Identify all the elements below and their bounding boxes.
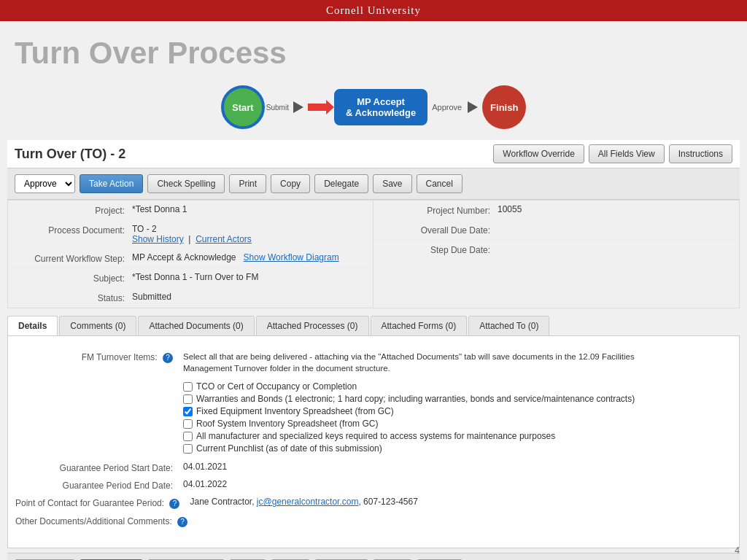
tab-comments[interactable]: Comments (0)	[59, 316, 136, 335]
poc-email-link[interactable]: jc@generalcontractor.com	[257, 497, 359, 507]
form-left: Project: *Test Donna 1 Process Document:…	[8, 201, 374, 308]
field-overall-due-date: Overall Due Date:	[374, 220, 739, 240]
workflow-action-arrow	[308, 100, 334, 114]
fm-turnover-instruction: Select all that are being delivered - at…	[183, 351, 679, 374]
tab-attached-to[interactable]: Attached To (0)	[468, 316, 549, 335]
form-fields: Project: *Test Donna 1 Process Document:…	[7, 200, 740, 308]
fm-turnover-help-icon[interactable]: ?	[163, 353, 173, 363]
page-title: Turn Over Process	[0, 21, 747, 78]
action-bar-bottom: Approve Return Reject Take Action Check …	[7, 553, 740, 560]
tab-attached-processes[interactable]: Attached Processes (0)	[256, 316, 369, 335]
checkbox-keys-input[interactable]	[183, 432, 193, 441]
other-docs-row: Other Documents/Additional Comments: ?	[15, 515, 732, 527]
fm-turnover-row: FM Turnover Items: ? Select all that are…	[15, 351, 732, 456]
checkbox-roof-input[interactable]	[183, 419, 193, 429]
guarantee-end-row: Guarantee Period End Date: 04.01.2022	[15, 479, 732, 491]
save-button-top[interactable]: Save	[373, 174, 411, 193]
field-process-document: Process Document: TO - 2 Show History | …	[8, 220, 373, 249]
form-right: Project Number: 10055 Overall Due Date: …	[374, 201, 739, 308]
workflow-start-node: Start	[221, 85, 265, 129]
workflow-approve-arrow: Approve	[429, 101, 481, 113]
action-bar-top: Approve Return Reject Take Action Check …	[7, 168, 740, 200]
checkbox-fixed-equipment-input[interactable]	[183, 407, 193, 416]
field-status: Status: Submitted	[8, 288, 373, 308]
poc-row: Point of Contact for Guarantee Period: ?…	[15, 497, 732, 509]
page-number: 4	[735, 545, 740, 556]
current-actors-link[interactable]: Current Actors	[196, 234, 252, 244]
section-title-bar: Turn Over (TO) - 2 Workflow Override All…	[7, 140, 740, 168]
workflow-override-button[interactable]: Workflow Override	[493, 144, 584, 163]
print-button-top[interactable]: Print	[229, 174, 266, 193]
workflow-finish-node: Finish	[482, 85, 526, 129]
checkbox-keys: All manufacturer and specialized keys re…	[183, 431, 732, 441]
poc-help-icon[interactable]: ?	[169, 499, 179, 509]
field-project: Project: *Test Donna 1	[8, 201, 373, 220]
copy-button-top[interactable]: Copy	[271, 174, 310, 193]
checkbox-warranties: Warranties and Bonds (1 electronic; 1 ha…	[183, 394, 732, 404]
checkbox-tco: TCO or Cert of Occupancy or Completion	[183, 381, 732, 392]
action-dropdown-top[interactable]: Approve Return Reject	[15, 174, 75, 193]
field-step-due-date: Step Due Date:	[374, 240, 739, 260]
other-docs-help-icon[interactable]: ?	[177, 517, 187, 527]
checkbox-fixed-equipment: Fixed Equipment Inventory Spreadsheet (f…	[183, 406, 732, 416]
workflow-diagram: Start Submit MP Accept& Acknowledge Appr…	[0, 78, 747, 140]
checkbox-tco-input[interactable]	[183, 382, 193, 392]
show-history-link[interactable]: Show History	[132, 234, 184, 244]
field-subject: Subject: *Test Donna 1 - Turn Over to FM	[8, 268, 373, 288]
tabs-bar: Details Comments (0) Attached Documents …	[7, 316, 740, 336]
field-project-number: Project Number: 10055	[374, 201, 739, 220]
delegate-button-top[interactable]: Delegate	[314, 174, 368, 193]
field-workflow-step: Current Workflow Step: MP Accept & Ackno…	[8, 249, 373, 268]
tab-details[interactable]: Details	[7, 316, 58, 335]
cancel-button-top[interactable]: Cancel	[417, 174, 462, 193]
show-workflow-diagram-link[interactable]: Show Workflow Diagram	[244, 252, 339, 262]
instructions-button[interactable]: Instructions	[669, 144, 732, 163]
details-panel: FM Turnover Items: ? Select all that are…	[7, 336, 740, 548]
guarantee-start-row: Guarantee Period Start Date: 04.01.2021	[15, 462, 732, 473]
workflow-mp-accept-node: MP Accept& Acknowledge	[334, 89, 427, 125]
checkbox-punchlist: Current Punchlist (as of date of this su…	[183, 443, 732, 454]
workflow-submit-arrow: Submit	[266, 101, 306, 113]
section-title: Turn Over (TO) - 2	[15, 147, 125, 162]
check-spelling-button-top[interactable]: Check Spelling	[147, 174, 225, 193]
all-fields-view-button[interactable]: All Fields View	[589, 144, 665, 163]
checkbox-roof: Roof System Inventory Spreadsheet (from …	[183, 419, 732, 429]
title-buttons: Workflow Override All Fields View Instru…	[493, 144, 732, 163]
take-action-button-top[interactable]: Take Action	[80, 174, 143, 193]
header-title: Cornell University	[326, 4, 421, 16]
checkbox-warranties-input[interactable]	[183, 394, 193, 404]
tab-attached-documents[interactable]: Attached Documents (0)	[138, 316, 254, 335]
cornell-header: Cornell University	[0, 0, 747, 21]
checkbox-punchlist-input[interactable]	[183, 444, 193, 454]
tab-attached-forms[interactable]: Attached Forms (0)	[371, 316, 468, 335]
